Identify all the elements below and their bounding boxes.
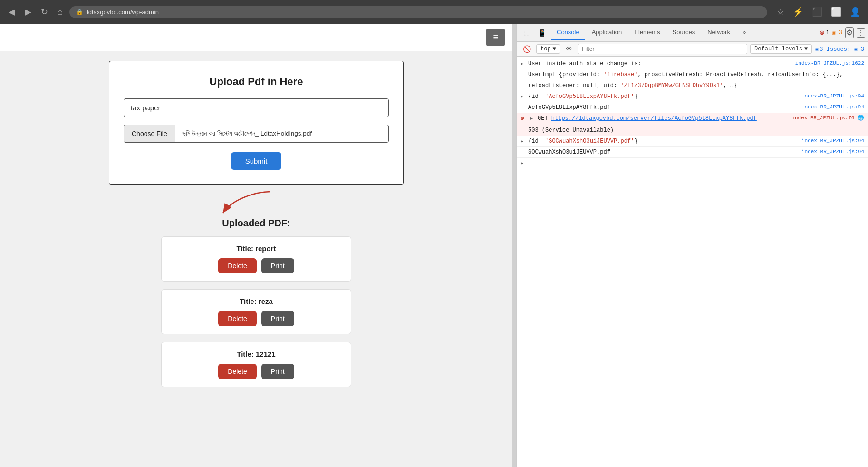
eye-button[interactable]: 👁	[563, 44, 575, 54]
browser-chrome: ◀ ▶ ↻ ⌂ 🔒 ldtaxgovbd.com/wp-admin ☆ ⚡ ⬛ …	[0, 0, 868, 24]
pdf-title-0: Title: report	[171, 244, 341, 253]
console-filter-input[interactable]	[578, 44, 747, 54]
main-layout: ≡ Upload Pdf in Here Choose File ভূমি উন…	[0, 24, 868, 467]
submit-button[interactable]: Submit	[231, 152, 282, 170]
expand-icon-5[interactable]: ▶	[530, 114, 536, 122]
tab-network[interactable]: Network	[702, 25, 736, 40]
upload-card: Upload Pdf in Here Choose File ভূমি উন্ন…	[109, 61, 404, 185]
devtools-console: ▶ User inside auth state change is: inde…	[517, 57, 868, 467]
uploaded-section: Uploaded PDF: Title: report Delete Print…	[161, 218, 351, 387]
print-button-0[interactable]: Print	[261, 258, 294, 273]
pdf-actions-2: Delete Print	[171, 364, 341, 379]
ext2-button[interactable]: ⬛	[810, 5, 824, 19]
print-button-1[interactable]: Print	[261, 311, 294, 326]
devtools-panel: ⬚ 📱 Console Application Elements Sources…	[516, 24, 868, 467]
console-line-4: ▶ AcfoGVp5L8LlxpAY8Ffk.pdf index-BR_JPZU…	[517, 102, 868, 113]
browser-actions: ☆ ⚡ ⬛ ⬜ 👤	[775, 5, 862, 19]
home-button[interactable]: ⌂	[55, 5, 66, 19]
forward-button[interactable]: ▶	[22, 5, 34, 19]
error-count: 1	[826, 29, 829, 36]
console-source-7[interactable]: index-BR_JPZUL.js:94	[801, 137, 864, 145]
pdf-actions-1: Delete Print	[171, 311, 341, 326]
console-text-3: {id: 'AcfoGVp5L8LlxpAY8Ffk.pdf'}	[528, 92, 798, 101]
devtools-resize-handle[interactable]	[512, 24, 516, 467]
error-dot-icon: ⊗	[820, 28, 825, 38]
console-text-4: AcfoGVp5L8LlxpAY8Ffk.pdf	[528, 103, 798, 112]
file-input-row: Choose File ভূমি উন্নয়ন কর সিস্টেম অটোম…	[124, 125, 389, 143]
tab-more[interactable]: »	[737, 25, 752, 40]
console-line-3: ▶ {id: 'AcfoGVp5L8LlxpAY8Ffk.pdf'} index…	[517, 91, 868, 102]
issues-dot-icon: ▣	[815, 46, 818, 53]
console-line-2: reloadListener: null, uid: 'ZL1Z370gpBMY…	[517, 80, 868, 91]
console-text-7: {id: 'SOCwuahXshO3uiJEUVVP.pdf'}	[528, 137, 798, 146]
devtools-settings-button[interactable]: ⚙	[845, 27, 854, 38]
ext1-button[interactable]: ⚡	[791, 5, 805, 19]
pdf-card-1: Title: reza Delete Print	[161, 289, 351, 334]
console-line-9: ▶	[517, 158, 868, 168]
console-line-0: ▶ User inside auth state change is: inde…	[517, 58, 868, 69]
devtools-right-icons: ⊗ 1 ▣ 3 ⚙ ⋮	[820, 27, 865, 38]
title-input[interactable]	[124, 98, 389, 117]
avatar-button[interactable]: 👤	[848, 5, 862, 19]
expand-icon-0[interactable]: ▶	[521, 59, 526, 68]
levels-label: Default levels	[754, 46, 802, 52]
pdf-card-0: Title: report Delete Print	[161, 236, 351, 282]
bookmark-button[interactable]: ☆	[775, 5, 786, 19]
chevron-down-icon: ▼	[553, 46, 556, 52]
error-icon-5: ⊗	[521, 114, 527, 124]
file-name-display: ভূমি উন্নয়ন কর সিস্টেম অটোমেশন_ LdtaxHo…	[175, 125, 388, 142]
expand-icon-9[interactable]: ▶	[521, 159, 526, 167]
submit-row: Submit	[124, 152, 389, 170]
upload-title: Upload Pdf in Here	[124, 76, 389, 88]
console-source-5[interactable]: index-BR_JPZUL.js:76 🌐	[791, 114, 864, 122]
levels-selector[interactable]: Default levels ▼	[750, 44, 812, 54]
expand-icon-7[interactable]: ▶	[521, 137, 526, 145]
console-line-8: ▶ SOCwuahXshO3uiJEUVVP.pdf index-BR_JPZU…	[517, 147, 868, 158]
console-line-6: 503 (Service Unavailable)	[517, 125, 868, 136]
issues-badge: ▣ 3 Issues: ▣ 3	[815, 46, 864, 53]
hamburger-icon: ≡	[493, 32, 498, 42]
choose-file-button[interactable]: Choose File	[124, 125, 175, 142]
device-toolbar-icon[interactable]: 📱	[534, 26, 550, 39]
inspect-element-icon[interactable]: ⬚	[520, 26, 533, 39]
console-text-6: 503 (Service Unavailable)	[528, 126, 864, 135]
tab-application[interactable]: Application	[586, 25, 628, 40]
console-source-3[interactable]: index-BR_JPZUL.js:94	[801, 92, 864, 100]
devtools-more-button[interactable]: ⋮	[857, 28, 865, 38]
context-label: top	[540, 46, 551, 52]
page-toolbar: ≡	[0, 24, 512, 51]
delete-button-1[interactable]: Delete	[218, 311, 256, 326]
console-source-4[interactable]: index-BR_JPZUL.js:94	[801, 103, 864, 111]
tab-elements[interactable]: Elements	[628, 25, 665, 40]
back-button[interactable]: ◀	[6, 5, 18, 19]
reload-button[interactable]: ↻	[38, 5, 51, 19]
tab-console[interactable]: Console	[551, 25, 585, 40]
console-text-5: GET https://ldtaxgovbd.com/server/files/…	[538, 114, 788, 123]
delete-button-0[interactable]: Delete	[218, 258, 256, 273]
print-button-2[interactable]: Print	[261, 364, 294, 379]
ext3-button[interactable]: ⬜	[829, 5, 843, 19]
lock-icon: 🔒	[76, 9, 83, 15]
arrow-area	[109, 194, 404, 218]
console-source-0[interactable]: index-BR_JPZUL.js:1622	[795, 59, 864, 68]
console-text-2: reloadListener: null, uid: 'ZL1Z370gpBMY…	[528, 81, 864, 90]
expand-icon-3[interactable]: ▶	[521, 92, 526, 100]
arrow-annotation	[218, 189, 275, 218]
hamburger-button[interactable]: ≡	[486, 29, 505, 46]
page-content: Upload Pdf in Here Choose File ভূমি উন্ন…	[0, 51, 512, 404]
devtools-tab-bar: ⬚ 📱 Console Application Elements Sources…	[517, 24, 868, 42]
issues-text: 3 Issues: ▣ 3	[820, 46, 864, 53]
tab-sources[interactable]: Sources	[667, 25, 701, 40]
console-text-0: User inside auth state change is:	[528, 59, 791, 68]
pdf-actions-0: Delete Print	[171, 258, 341, 273]
warn-count: 3	[839, 29, 842, 36]
clear-console-button[interactable]: 🚫	[521, 44, 533, 54]
console-source-8[interactable]: index-BR_JPZUL.js:94	[801, 148, 864, 156]
devtools-toolbar: 🚫 top ▼ 👁 Default levels ▼ ▣ 3 Issues: ▣…	[517, 42, 868, 57]
context-selector[interactable]: top ▼	[536, 44, 560, 54]
pdf-card-2: Title: 12121 Delete Print	[161, 342, 351, 387]
delete-button-2[interactable]: Delete	[218, 364, 256, 379]
pdf-title-1: Title: reza	[171, 297, 341, 305]
url-text: ldtaxgovbd.com/wp-admin	[87, 9, 159, 16]
address-bar[interactable]: 🔒 ldtaxgovbd.com/wp-admin	[69, 6, 767, 18]
